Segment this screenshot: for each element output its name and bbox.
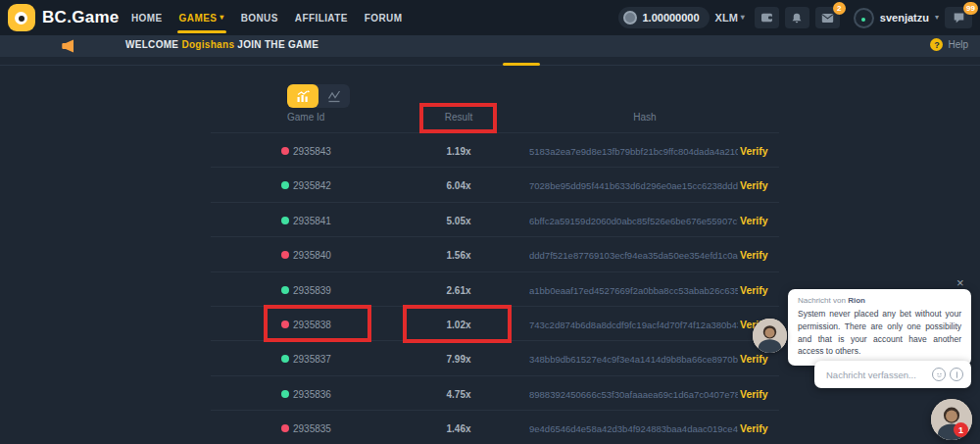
welcome-username[interactable]: Dogishans [181,39,234,50]
hash-value: 6bffc2a59159d2060d0abc85f526e6be676e5590… [529,216,738,226]
coin-icon [623,11,637,25]
user-menu[interactable]: svenjatzu ▾ [854,8,939,28]
hash-value: 9e4d6546d4e58a42d3b4f924883baa4daac019ce… [529,423,738,434]
nav-item-home[interactable]: HOME [131,0,163,35]
table-row: 2935839 2.61x a1bb0eaaf17ed4527669f2a0bb… [211,271,779,306]
verify-link[interactable]: Verify [740,249,768,261]
chat-message-input[interactable] [826,370,932,380]
trends-view-button[interactable] [318,84,350,108]
megaphone-icon [60,38,76,54]
verify-link[interactable]: Verify [740,284,768,296]
game-id: 2935840 [293,250,331,261]
game-id: 2935838 [293,320,331,330]
chat-message-card: Nachricht von Rion System never placed a… [788,289,971,366]
site-chat-button[interactable]: 99 [945,7,972,28]
wallet-icon [760,12,773,24]
balance-display[interactable]: 1.00000000 [618,7,709,28]
status-dot [281,217,289,224]
chat-bubble-icon [953,12,965,24]
chat-message-meta: Nachricht von Rion [798,296,961,305]
nav-item-games[interactable]: GAMES▾ [179,0,224,35]
chat-unread-badge: 1 [954,422,968,437]
balance-amount: 1.00000000 [642,12,699,24]
emoji-icon[interactable] [932,368,946,381]
result-value: 5.05x [420,216,497,226]
welcome-prefix: WELCOME [125,39,178,50]
status-dot [281,355,289,363]
verify-link[interactable]: Verify [740,388,768,400]
brand-logo[interactable]: BC.Game [8,4,120,31]
username-label: svenjatzu [880,12,929,24]
status-dot [281,424,289,432]
verify-link[interactable]: Verify [740,215,768,226]
result-value: 1.19x [420,146,497,157]
help-button[interactable]: ? Help [930,38,968,51]
result-value: 2.61x [420,285,497,296]
hash-value: 8988392450666c53f30afaaaea69c1d6a7c0407e… [529,389,738,400]
question-icon: ? [930,38,943,51]
top-header: BC.Game HOME GAMES▾ BONUS AFFILIATE FORU… [0,0,980,35]
status-dot [281,390,289,398]
hash-value: 5183a2ea7e9d8e13fb79bbf21bc9ffc804dada4a… [529,146,738,157]
column-header-result: Result [420,112,497,123]
tabbar-divider [0,65,980,66]
status-dot [281,147,289,155]
hash-value: 7028be95dd95f441b633d6d296e0ae15cc6238dd… [529,180,738,191]
chat-message-text: System never placed any bet without your… [798,308,961,358]
header-right-controls: 1.00000000 XLM ▾ 2 svenjatzu ▾ [618,0,972,35]
attachment-icon[interactable] [950,368,963,381]
hash-value: a1bb0eaaf17ed4527669f2a0bba8cc53abab26c6… [529,285,738,296]
hash-value: 348bb9db61527e4c9f3e4a1414d9b8ba66ce8970… [529,354,738,365]
table-row: 2935838 1.02x 743c2d874b6d8a8dcdf9fc19ac… [211,306,779,340]
status-dot [281,181,289,189]
verify-link[interactable]: Verify [740,422,768,434]
nav-item-affiliate[interactable]: AFFILIATE [295,0,348,35]
chevron-down-icon: ▾ [741,14,745,22]
verify-link[interactable]: Verify [740,353,768,365]
bell-icon [791,12,803,25]
chat-meta-prefix: Nachricht von [798,296,846,305]
view-toggle-group [287,84,350,108]
announcement-bar: WELCOME Dogishans JOIN THE GAME ? Help [0,35,980,57]
column-header-game-id: Game Id [287,112,324,123]
result-value: 4.75x [420,389,497,400]
chat-sender-avatar [753,319,787,353]
trend-line-icon [327,90,341,103]
result-value: 1.02x [420,320,497,330]
game-id: 2935839 [293,285,331,296]
hash-value: ddd7f521e87769103ecf94ea35da50ee354efd1c… [529,250,738,261]
chevron-down-icon: ▾ [220,14,223,22]
help-label: Help [948,39,968,50]
result-value: 1.46x [420,423,497,434]
results-table-body: 2935843 1.19x 5183a2ea7e9d8e13fb79bbf21b… [211,132,779,444]
site-chat-badge: 99 [963,2,978,15]
game-id: 2935842 [293,180,331,191]
verify-link[interactable]: Verify [740,179,768,191]
game-id: 2935841 [293,216,331,226]
hash-value: 743c2d874b6d8a8dcdf9fc19acf4d70f74f12a38… [529,320,738,330]
table-row: 2935836 4.75x 8988392450666c53f30afaaaea… [211,375,779,410]
brand-name: BC.Game [42,8,120,27]
bcgame-logo-icon [8,4,35,31]
nav-item-bonus[interactable]: BONUS [241,0,278,35]
verify-link[interactable]: Verify [740,145,768,157]
result-value: 1.56x [420,250,497,261]
status-dot [281,251,289,259]
chat-input-container [814,361,971,388]
currency-label: XLM [715,12,738,24]
wallet-button[interactable] [755,7,779,28]
currency-selector[interactable]: XLM ▾ [715,12,745,24]
game-id: 2935837 [293,354,331,365]
my-bets-view-button[interactable] [287,84,318,108]
table-row: 2935843 1.19x 5183a2ea7e9d8e13fb79bbf21b… [211,132,779,167]
status-dot [281,286,289,294]
active-tab-indicator [503,63,540,66]
table-row: 2935835 1.46x 9e4d6546d4e58a42d3b4f92488… [211,410,779,444]
chat-close-icon[interactable]: × [956,275,964,290]
result-value: 6.04x [420,180,497,191]
notifications-button[interactable] [785,7,809,28]
messages-button[interactable]: 2 [815,7,840,28]
nav-item-forum[interactable]: FORUM [365,0,403,35]
table-row: 2935841 5.05x 6bffc2a59159d2060d0abc85f5… [211,202,779,236]
page: BC.Game HOME GAMES▾ BONUS AFFILIATE FORU… [0,0,980,444]
